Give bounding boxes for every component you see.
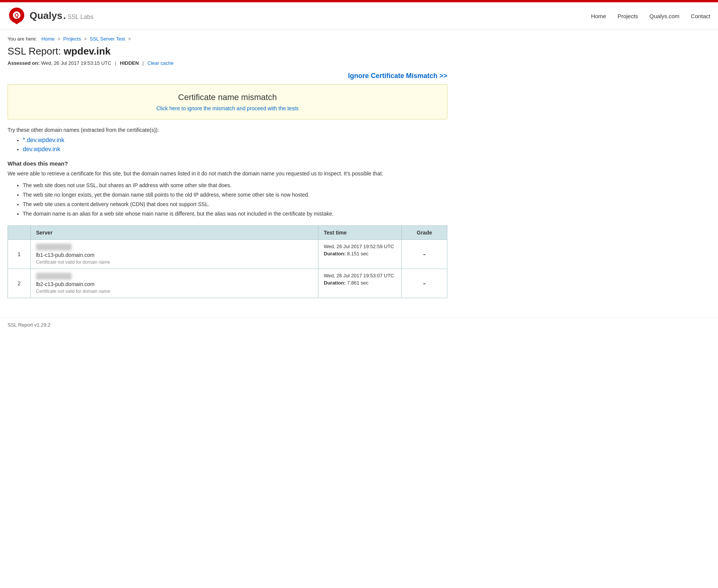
domain-link-wildcard[interactable]: *.dev.wpdev.ink [23, 137, 64, 143]
assessed-on: Assessed on: Wed, 26 Jul 2017 19:53:15 U… [8, 60, 447, 66]
col-header-grade: Grade [402, 226, 447, 240]
row-num: 1 [8, 240, 31, 269]
warning-title: Certificate name mismatch [16, 92, 439, 102]
test-duration: Duration: 8.151 sec [324, 251, 396, 256]
warning-ignore-link[interactable]: Click here to ignore the mismatch and pr… [156, 105, 298, 111]
server-cell: xxx.xxx.xxx.xxx lb2-c13-pub.domain.com C… [31, 269, 318, 298]
assessed-label: Assessed on: [8, 60, 40, 66]
domain-list: *.dev.wpdev.ink dev.wpdev.ink [8, 137, 447, 153]
grade-cell: - [402, 269, 447, 298]
col-header-server: Server [31, 226, 318, 240]
page-title: SSL Report: wpdev.ink [8, 45, 447, 57]
cert-status: Certificate not valid for domain name [36, 260, 313, 265]
ip-address: xxx.xxx.xxx.xxx [36, 244, 72, 250]
server-name: lb1-c13-pub.domain.com [36, 252, 313, 258]
what-heading: What does this mean? [8, 160, 447, 167]
assessed-datetime: Wed, 26 Jul 2017 19:53:15 UTC [41, 60, 111, 66]
test-time-main: Wed, 26 Jul 2017 19:53:07 UTC [324, 273, 396, 278]
nav-projects[interactable]: Projects [618, 13, 638, 19]
table-row: 1 xxx.xxx.xxx.xxx lb1-c13-pub.domain.com… [8, 240, 447, 269]
server-name: lb2-c13-pub.domain.com [36, 281, 313, 287]
breadcrumb-home[interactable]: Home [41, 36, 55, 42]
breadcrumb-projects[interactable]: Projects [63, 36, 81, 42]
list-item: The domain name is an alias for a web si… [23, 210, 447, 218]
qualys-logo-icon: Q [8, 7, 26, 25]
list-item: The web site no longer exists, yet the d… [23, 191, 447, 199]
list-item: dev.wpdev.ink [23, 146, 447, 153]
nav-contact[interactable]: Contact [691, 13, 710, 19]
domain-link-dev[interactable]: dev.wpdev.ink [23, 146, 60, 152]
test-time-cell: Wed, 26 Jul 2017 19:52:59 UTC Duration: … [318, 240, 402, 269]
footer: SSL Report v1.29.2 [0, 317, 718, 332]
main-content: You are here: Home > Projects > SSL Serv… [0, 30, 455, 317]
test-duration: Duration: 7.861 sec [324, 280, 396, 286]
ip-address: xxx.xxx.xxx.xxx [36, 273, 72, 280]
clear-cache-link[interactable]: Clear cache [147, 60, 174, 66]
qualys-label: Qualys [30, 10, 63, 22]
footer-version: SSL Report v1.29.2 [8, 322, 50, 328]
col-header-testtime: Test time [318, 226, 402, 240]
nav-links: Home Projects Qualys.com Contact [591, 13, 710, 19]
table-header-row: Server Test time Grade [8, 226, 447, 240]
col-header-num [8, 226, 31, 240]
warning-box: Certificate name mismatch Click here to … [8, 84, 447, 119]
nav-qualyscom[interactable]: Qualys.com [649, 13, 679, 19]
breadcrumb: You are here: Home > Projects > SSL Serv… [8, 36, 447, 42]
page-title-prefix: SSL Report: [8, 45, 64, 57]
what-intro: We were able to retrieve a certificate f… [8, 170, 447, 178]
domain-section: Try these other domain names (extracted … [8, 127, 447, 153]
ssllabs-label: SSL Labs [67, 13, 94, 20]
test-time-cell: Wed, 26 Jul 2017 19:53:07 UTC Duration: … [318, 269, 402, 298]
page-title-domain: wpdev.ink [64, 45, 111, 57]
logo-area: Q Qualys. SSL Labs [8, 7, 94, 25]
header: Q Qualys. SSL Labs Home Projects Qualys.… [0, 2, 718, 30]
nav-home[interactable]: Home [591, 13, 606, 19]
breadcrumb-you-are-here: You are here: [8, 36, 37, 42]
row-num: 2 [8, 269, 31, 298]
hidden-label: HIDDEN [120, 60, 139, 66]
domain-intro: Try these other domain names (extracted … [8, 127, 447, 133]
grade-cell: - [402, 240, 447, 269]
breadcrumb-ssl-server-test[interactable]: SSL Server Test [90, 36, 125, 42]
list-item: *.dev.wpdev.ink [23, 137, 447, 144]
ignore-link-container: Ignore Certificate Mismatch >> [8, 72, 447, 80]
list-item: The web site does not use SSL, but share… [23, 181, 447, 189]
svg-text:Q: Q [15, 12, 19, 18]
test-time-main: Wed, 26 Jul 2017 19:52:59 UTC [324, 244, 396, 249]
what-section: What does this mean? We were able to ret… [8, 160, 447, 218]
table-row: 2 xxx.xxx.xxx.xxx lb2-c13-pub.domain.com… [8, 269, 447, 298]
cert-status: Certificate not valid for domain name [36, 289, 313, 294]
server-cell: xxx.xxx.xxx.xxx lb1-c13-pub.domain.com C… [31, 240, 318, 269]
what-list: The web site does not use SSL, but share… [8, 181, 447, 218]
logo-text: Qualys. SSL Labs [30, 10, 94, 22]
server-table: Server Test time Grade 1 xxx.xxx.xxx.xxx… [8, 225, 447, 298]
ignore-mismatch-link[interactable]: Ignore Certificate Mismatch >> [348, 72, 447, 80]
list-item: The web site uses a content delivery net… [23, 200, 447, 208]
